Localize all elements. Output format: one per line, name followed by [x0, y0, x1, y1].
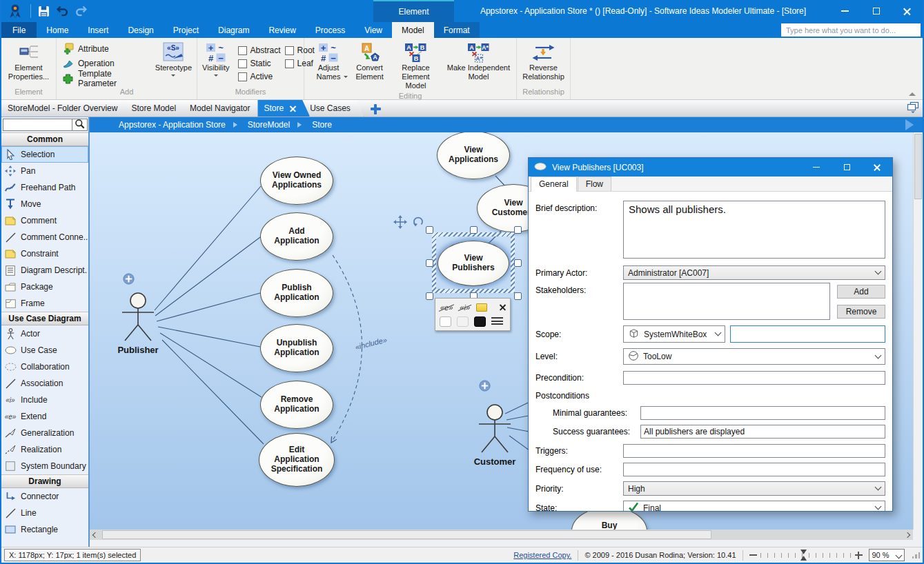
sidebar-item-line[interactable]: Line [1, 505, 88, 521]
doc-tab-storemodel-folder-overview[interactable]: StoreModel - Folder Overview [1, 100, 131, 117]
selection-handle[interactable] [470, 226, 478, 234]
zoom-value-select[interactable]: 90 % [869, 549, 905, 561]
add-element-icon[interactable] [123, 273, 135, 285]
fill-pale-swatch[interactable] [457, 316, 469, 327]
selection-handle[interactable] [426, 226, 433, 234]
vertical-scrollbar[interactable] [913, 132, 923, 530]
doc-tab-store[interactable]: Store [257, 100, 310, 117]
ribbon-tab-file[interactable]: File [1, 22, 37, 38]
doc-tab-use-cases[interactable]: Use Cases [304, 100, 364, 117]
sidebar-item-include[interactable]: «i»Include [1, 392, 88, 408]
palette-group-drawing[interactable]: Drawing [1, 474, 88, 488]
sidebar-item-generalization[interactable]: Generalization [1, 425, 88, 441]
tab-general[interactable]: General [531, 177, 577, 192]
ribbon-tab-view[interactable]: View [355, 22, 392, 38]
convert-element-button[interactable]: AA Convert Element [351, 40, 389, 92]
sidebar-item-connector[interactable]: Connector [1, 488, 88, 505]
sidebar-item-comment[interactable]: Comment [1, 212, 88, 229]
selection-handle[interactable] [514, 259, 522, 267]
dialog-minimize-button[interactable] [801, 158, 832, 177]
sidebar-item-constraint[interactable]: Constraint [1, 245, 88, 262]
menu-icon[interactable] [491, 317, 503, 326]
extend-tool-icon[interactable]: «e» [440, 303, 453, 312]
dialog-close-button[interactable] [862, 158, 892, 177]
make-independent-model-button[interactable]: AA*A* Make Independent Model [443, 40, 514, 92]
include-tool-icon[interactable]: «i» [459, 303, 471, 312]
operation-button[interactable]: Operation [61, 57, 150, 70]
minimal-guarantees-input[interactable] [640, 406, 885, 420]
zoom-out-icon[interactable] [749, 554, 757, 556]
sidebar-item-diagram-descript[interactable]: Diagram Descript... [1, 262, 88, 279]
zoom-in-icon[interactable] [855, 552, 863, 559]
selection-handle[interactable] [426, 292, 433, 300]
fill-black-swatch[interactable] [474, 316, 486, 327]
stereotype-button[interactable]: «S» Stereotype [153, 40, 195, 88]
stakeholders-listbox[interactable] [623, 283, 830, 320]
attribute-button[interactable]: Attribute [61, 42, 150, 55]
collapse-ribbon-icon[interactable] [909, 89, 916, 96]
sidebar-item-rectangle[interactable]: Rectangle [1, 521, 88, 538]
selection-frame[interactable] [432, 232, 515, 293]
ribbon-tab-model[interactable]: Model [392, 22, 434, 38]
sidebar-item-association[interactable]: Association [1, 375, 88, 392]
active-checkbox[interactable]: Active [238, 72, 281, 81]
brief-description-field[interactable]: Shows all publishers. [623, 201, 885, 259]
scroll-right-icon[interactable] [902, 530, 913, 540]
search-input[interactable] [3, 119, 72, 131]
close-button[interactable] [892, 0, 923, 22]
search-button[interactable] [72, 119, 88, 131]
horizontal-scrollbar[interactable] [90, 530, 913, 540]
dialog-maximize-button[interactable] [832, 158, 862, 177]
remove-button[interactable]: Remove [837, 305, 885, 319]
sidebar-item-package[interactable]: Package [1, 279, 88, 295]
scope-select[interactable]: SystemWhiteBox [623, 325, 725, 343]
abstract-checkbox[interactable]: Abstract [238, 46, 281, 55]
zoom-slider[interactable] [760, 550, 852, 561]
registered-copy-link[interactable]: Registered Copy. [513, 551, 571, 559]
breadcrumb-forward-icon[interactable] [905, 119, 919, 130]
state-select[interactable]: Final [623, 501, 885, 511]
save-button[interactable] [35, 2, 53, 20]
horizontal-scroll-thumb[interactable] [102, 530, 711, 539]
element-properties-button[interactable]: Element Properties... [3, 40, 54, 88]
selection-handle[interactable] [514, 226, 522, 234]
ribbon-tab-diagram[interactable]: Diagram [208, 22, 259, 38]
visibility-button[interactable]: +~#− Visibility [199, 40, 233, 88]
sidebar-item-pan[interactable]: Pan [1, 163, 88, 179]
static-checkbox[interactable]: Static [238, 59, 281, 68]
redo-button[interactable] [72, 2, 90, 20]
sidebar-item-frame[interactable]: Frame [1, 295, 88, 312]
breadcrumb-item-store[interactable]: Store [312, 120, 332, 130]
use-case-view-owned-applications[interactable]: View Owned Applications [260, 157, 333, 205]
doc-tab-store-model[interactable]: Store Model [125, 100, 190, 117]
fill-white-swatch[interactable] [440, 316, 451, 327]
sidebar-item-extend[interactable]: «e»Extend [1, 408, 88, 425]
close-tab-icon[interactable] [290, 105, 296, 112]
move-handle-icon[interactable] [393, 215, 407, 231]
vertical-scroll-thumb[interactable] [914, 134, 922, 199]
undo-button[interactable] [53, 2, 72, 20]
ribbon-tab-process[interactable]: Process [306, 22, 355, 38]
selection-handle[interactable] [514, 292, 522, 300]
ribbon-tab-insert[interactable]: Insert [78, 22, 118, 38]
command-search-input[interactable] [781, 23, 921, 37]
reverse-relationship-button[interactable]: Reverse Relationship [519, 40, 568, 88]
scroll-left-icon[interactable] [90, 530, 101, 540]
sidebar-item-selection[interactable]: Selection [1, 146, 88, 163]
level-select[interactable]: TooLow [623, 348, 885, 365]
actor-publisher[interactable]: Publisher [109, 292, 167, 355]
use-case-edit-application-specification[interactable]: Edit Application Specification [259, 433, 335, 487]
window-switcher-icon[interactable] [907, 101, 919, 115]
use-case-remove-application[interactable]: Remove Application [260, 381, 333, 429]
ribbon-tab-project[interactable]: Project [164, 22, 208, 38]
ribbon-tab-format[interactable]: Format [434, 22, 480, 38]
replace-element-model-button[interactable]: ABB Replace Element Model [389, 40, 443, 92]
maximize-button[interactable] [861, 0, 892, 22]
precondition-input[interactable] [623, 371, 885, 385]
palette-group-use-case-diagram[interactable]: Use Case Diagram [1, 312, 88, 325]
sidebar-item-realization[interactable]: Realization [1, 441, 88, 458]
frequency-of-use-input[interactable] [623, 463, 885, 476]
close-toolbar-icon[interactable] [500, 304, 506, 310]
doc-tab-model-navigator[interactable]: Model Navigator [184, 100, 264, 117]
scope-detail-input[interactable] [730, 325, 885, 343]
